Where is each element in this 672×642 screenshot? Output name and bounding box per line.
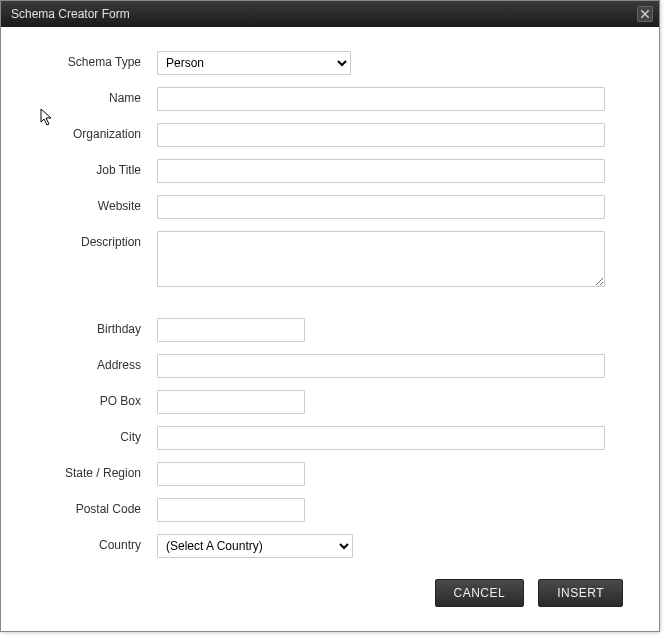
description-label: Description (37, 231, 157, 249)
close-icon[interactable] (637, 6, 653, 22)
organization-label: Organization (37, 123, 157, 141)
organization-input[interactable] (157, 123, 605, 147)
schema-type-label: Schema Type (37, 51, 157, 69)
name-input[interactable] (157, 87, 605, 111)
postal-code-label: Postal Code (37, 498, 157, 516)
description-textarea[interactable] (157, 231, 605, 287)
job-title-label: Job Title (37, 159, 157, 177)
website-label: Website (37, 195, 157, 213)
address-label: Address (37, 354, 157, 372)
po-box-label: PO Box (37, 390, 157, 408)
birthday-label: Birthday (37, 318, 157, 336)
job-title-input[interactable] (157, 159, 605, 183)
name-label: Name (37, 87, 157, 105)
website-input[interactable] (157, 195, 605, 219)
address-input[interactable] (157, 354, 605, 378)
insert-button[interactable]: INSERT (538, 579, 623, 607)
state-region-input[interactable] (157, 462, 305, 486)
birthday-input[interactable] (157, 318, 305, 342)
state-region-label: State / Region (37, 462, 157, 480)
dialog-footer: CANCEL INSERT (1, 569, 659, 631)
country-label: Country (37, 534, 157, 552)
city-label: City (37, 426, 157, 444)
po-box-input[interactable] (157, 390, 305, 414)
dialog-titlebar: Schema Creator Form (1, 1, 659, 27)
schema-creator-dialog: Schema Creator Form Schema Type Person N… (0, 0, 660, 632)
form-body: Schema Type Person Name Organization Job… (1, 27, 659, 569)
postal-code-input[interactable] (157, 498, 305, 522)
dialog-title: Schema Creator Form (11, 7, 637, 21)
schema-type-select[interactable]: Person (157, 51, 351, 75)
country-select[interactable]: (Select A Country) (157, 534, 353, 558)
city-input[interactable] (157, 426, 605, 450)
cancel-button[interactable]: CANCEL (435, 579, 525, 607)
